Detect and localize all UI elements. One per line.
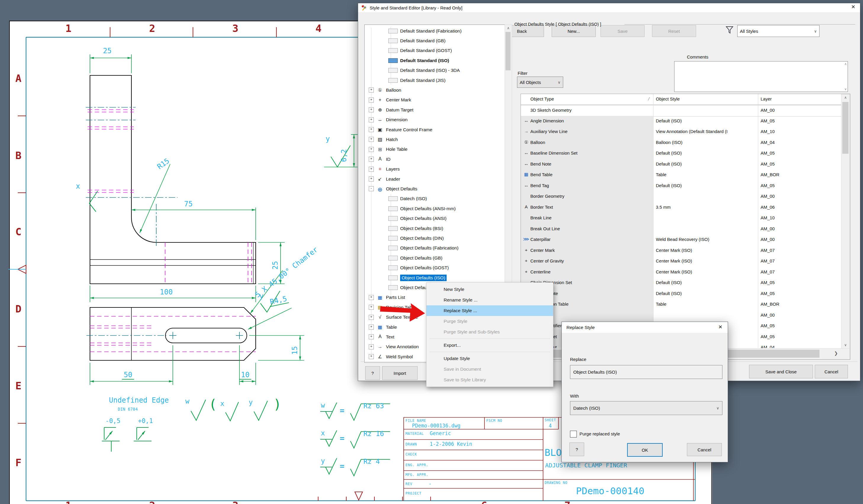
table-row-3d-sketch-geometry[interactable]: 3D Sketch GeometryAM_00	[521, 105, 841, 116]
import-button[interactable]: Import	[382, 366, 417, 380]
tree-item-default-standard-gb-[interactable]: Default Standard (GB)	[365, 36, 512, 46]
scroll-down-icon[interactable]: ∨	[845, 87, 847, 91]
menu-item-save-in-document[interactable]: Save in Document	[426, 364, 553, 375]
tree-item-default-standard-fabrication-[interactable]: Default Standard (Fabrication)	[365, 26, 512, 36]
purge-checkbox[interactable]	[570, 431, 577, 438]
table-row-border-geometry[interactable]: Border GeometryAM_00	[521, 191, 841, 202]
table-row-center-of-gravity[interactable]: +Center of GravityCenter Mark (ISO)AM_07	[521, 256, 841, 267]
table-row-balloon[interactable]: ①BalloonBalloon (ISO)AM_04	[521, 138, 841, 148]
table-row-caterpillar[interactable]: ⋙CaterpillarWeld Bead Recovery (ISO)AM_0…	[521, 234, 841, 245]
menu-item-purge-style-and-sub-styles[interactable]: Purge Style and Sub-Styles	[426, 327, 553, 337]
col-layer[interactable]: Layer	[761, 96, 772, 101]
tree-item-feature-control-frame[interactable]: +▣Feature Control Frame	[365, 125, 512, 134]
table-row-bend-tag[interactable]: ↔Bend TagDefault (ISO)AM_05	[521, 181, 841, 192]
expand-icon[interactable]: +	[369, 88, 374, 92]
tree-item-hatch[interactable]: +▨Hatch	[365, 134, 512, 144]
table-row-chain-dimension-set[interactable]: ↔Chain Dimension SetDefault (ISO)AM_05	[521, 277, 841, 288]
dialog-titlebar[interactable]: Replace Style ✕	[562, 322, 728, 333]
scroll-up-icon[interactable]: ∧	[841, 94, 850, 100]
tree-item-center-mark[interactable]: ++Center Mark	[365, 95, 512, 105]
ok-button[interactable]: OK	[627, 443, 663, 457]
tree-item-default-standard-gost-[interactable]: Default Standard (GOST)	[365, 46, 512, 55]
table-row-break-out-line[interactable]: Break Out LineAM_00	[521, 224, 841, 235]
tree-item-leader[interactable]: +↙Leader	[365, 174, 512, 184]
table-row-baseline-dimension-set[interactable]: ↔Baseline Dimension SetDefault (ISO)AM_0…	[521, 148, 841, 159]
tree-item-layers[interactable]: +≡Layers	[365, 164, 512, 174]
editor-titlebar[interactable]: Style and Standard Editor [Library - Rea…	[358, 3, 860, 12]
style-filter-combo[interactable]: All Styles∨	[737, 25, 820, 37]
expand-icon[interactable]: +	[369, 344, 374, 349]
expand-icon[interactable]: +	[369, 177, 374, 181]
table-row-bend-note[interactable]: ↔Bend NoteDefault (ISO)AM_05	[521, 159, 841, 170]
menu-item-rename-style[interactable]: Rename Style ...	[426, 295, 553, 305]
menu-item-purge-style[interactable]: Purge Style	[426, 316, 553, 327]
expand-icon[interactable]: +	[369, 137, 374, 142]
tree-item-datech-iso-[interactable]: Datech (ISO)	[365, 194, 512, 204]
tree-item-hole-table[interactable]: +⊞Hole Table	[365, 144, 512, 154]
replace-field[interactable]: Object Defaults (ISO)	[570, 365, 723, 379]
scroll-down-icon[interactable]: ∨	[841, 343, 850, 347]
expand-icon[interactable]: +	[369, 147, 374, 152]
dialog-help-button[interactable]: ?	[570, 442, 584, 456]
tree-item-object-defaults-fabrication-[interactable]: Object Defaults (Fabrication)	[365, 243, 512, 253]
table-row-border-text[interactable]: ABorder Text3.5 mmAM_06	[521, 202, 841, 213]
table-row-center-mark[interactable]: +Center MarkCenter Mark (ISO)AM_07	[521, 245, 841, 256]
table-row-centerline[interactable]: +CenterlineCenter Mark (ISO)AM_07	[521, 267, 841, 278]
table-row-configuration-table[interactable]: ▦Configuration TableTableAM_BOR	[521, 299, 841, 310]
tree-item-dimension[interactable]: +↔Dimension	[365, 115, 512, 125]
table-row-chamfer-note[interactable]: ↔Chamfer NoteDefault (ISO)AM_05	[521, 288, 841, 299]
expand-icon[interactable]: +	[369, 295, 374, 300]
grid-header[interactable]: Object Type / Object Style Layer	[521, 94, 841, 105]
col-object-type[interactable]: Object Type	[530, 96, 554, 101]
table-row-bend-table[interactable]: ▦Bend TableTableAM_BOR	[521, 170, 841, 181]
new-button[interactable]: New...	[552, 25, 596, 37]
expand-icon[interactable]: +	[369, 107, 374, 112]
expand-icon[interactable]: +	[369, 354, 374, 359]
table-row-cut-line[interactable]: Cut LineAM_00	[521, 310, 841, 321]
expand-icon[interactable]: +	[369, 334, 374, 339]
tree-item-object-defaults-gost-[interactable]: Object Defaults (GOST)	[365, 263, 512, 273]
grid-vscrollbar[interactable]: ∧ ∨	[841, 94, 850, 349]
tree-item-balloon[interactable]: +①Balloon	[365, 85, 512, 95]
expand-icon[interactable]: +	[369, 315, 374, 320]
table-row-break-line[interactable]: Break LineAM_10	[521, 213, 841, 224]
save-button[interactable]: Save	[600, 25, 645, 37]
editor-cancel-button[interactable]: Cancel	[815, 365, 848, 378]
table-row-auxiliary-view-line[interactable]: →Auxiliary View LineView Annotation (Def…	[521, 127, 841, 138]
tree-item-default-standard-jis-[interactable]: Default Standard (JIS)	[365, 75, 512, 85]
expand-icon[interactable]: +	[369, 167, 374, 172]
tree-item-object-defaults-gb-[interactable]: Object Defaults (GB)	[365, 253, 512, 263]
expand-icon[interactable]: +	[369, 98, 374, 103]
comments-box[interactable]: ∧ ∨	[674, 61, 848, 92]
table-row-angle-dimension[interactable]: ↔Angle DimensionDefault (ISO)AM_05	[521, 116, 841, 127]
with-combo[interactable]: Datech (ISO) ∨	[570, 401, 723, 415]
expand-icon[interactable]: +	[369, 117, 374, 122]
collapse-icon[interactable]: -	[369, 186, 374, 191]
expand-icon[interactable]: +	[369, 127, 374, 132]
tree-item-id[interactable]: +AID	[365, 154, 512, 164]
menu-item-save-to-style-library[interactable]: Save to Style Library	[426, 375, 553, 385]
tree-item-object-defaults-ansi-mm-[interactable]: Object Defaults (ANSI-mm)	[365, 204, 512, 214]
tree-item-object-defaults-iso-[interactable]: Object Defaults (ISO)	[365, 273, 512, 283]
save-and-close-button[interactable]: Save and Close	[749, 365, 813, 378]
editor-close-icon[interactable]: ✕	[848, 4, 858, 10]
col-object-style[interactable]: Object Style	[656, 96, 680, 101]
tree-item-datum-target[interactable]: +⊕Datum Target	[365, 105, 512, 115]
tree-item-default-standard-iso-[interactable]: Default Standard (ISO)	[365, 55, 512, 65]
tree-item-object-defaults[interactable]: -⊕Object Defaults	[365, 184, 512, 194]
dialog-close-icon[interactable]: ✕	[715, 324, 725, 330]
tree-item-default-standard-iso-3da[interactable]: Default Standard (ISO) - 3DA	[365, 66, 512, 75]
menu-item-update-style[interactable]: Update Style	[426, 353, 553, 364]
menu-item-export[interactable]: Export...	[426, 340, 553, 351]
expand-icon[interactable]: +	[369, 157, 374, 162]
expand-icon[interactable]: +	[369, 325, 374, 329]
scroll-right-icon[interactable]: ❯	[834, 351, 838, 356]
dialog-cancel-button[interactable]: Cancel	[687, 443, 722, 456]
scroll-up-icon[interactable]: ∧	[845, 62, 847, 66]
menu-item-new-style[interactable]: New Style	[426, 284, 553, 295]
tree-item-object-defaults-ansi-[interactable]: Object Defaults (ANSI)	[365, 214, 512, 223]
menu-item-replace-style[interactable]: Replace Style ...	[426, 305, 553, 316]
scroll-up-icon[interactable]: ∧	[505, 25, 512, 30]
object-filter-combo[interactable]: All Objects∨	[517, 77, 563, 88]
help-button[interactable]: ?	[365, 366, 380, 380]
